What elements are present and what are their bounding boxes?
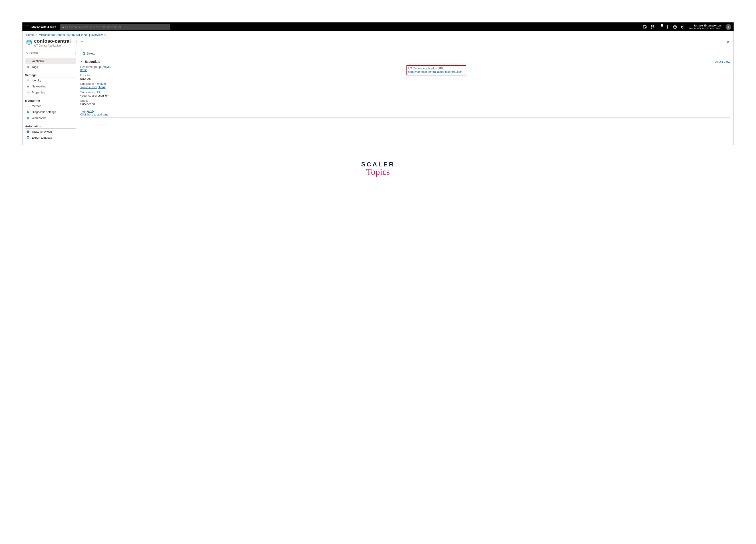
json-view-link[interactable]: JSON View xyxy=(715,60,730,63)
main-content: Delete Essentials JSON View Resource gro… xyxy=(78,49,734,145)
nav-label: Properties xyxy=(32,91,45,94)
tags-edit-link[interactable]: edit xyxy=(88,109,93,113)
svg-point-19 xyxy=(28,79,29,80)
global-search[interactable] xyxy=(60,24,170,30)
resource-type-icon xyxy=(26,39,32,45)
collapse-menu-icon[interactable]: « xyxy=(75,51,76,54)
breadcrumb-home[interactable]: Home xyxy=(26,33,34,36)
subscription-id-label: Subscription ID xyxy=(80,90,404,94)
resource-group-label: Resource group xyxy=(80,65,101,68)
svg-rect-36 xyxy=(28,131,29,131)
subscription-move-link[interactable]: move xyxy=(98,82,105,85)
resource-menu-search-input[interactable] xyxy=(29,51,72,55)
app-url-value[interactable]: https://contoso-central.azureiotcentral.… xyxy=(408,70,462,73)
svg-point-21 xyxy=(29,86,29,86)
nav-networking[interactable]: Networking xyxy=(25,83,76,89)
nav-group-automation: Automation xyxy=(25,122,76,129)
overview-icon xyxy=(26,59,30,62)
help-icon[interactable] xyxy=(673,25,677,29)
nav-label: Metrics xyxy=(32,104,41,108)
properties-icon xyxy=(26,91,30,94)
export-template-icon xyxy=(26,136,30,139)
delete-label: Delete xyxy=(87,52,95,55)
tags-add-link[interactable]: Click here to add tags xyxy=(80,113,108,116)
nav-label: Export template xyxy=(32,136,52,139)
svg-rect-37 xyxy=(28,132,29,133)
svg-line-16 xyxy=(28,53,29,54)
nav-group-settings: Settings xyxy=(25,71,76,77)
svg-line-1 xyxy=(64,27,64,28)
nav-export-template[interactable]: Export template xyxy=(25,135,76,141)
notifications-icon[interactable]: 1 xyxy=(658,25,662,29)
cloud-shell-icon[interactable] xyxy=(643,25,647,29)
subscription-value[interactable]: <your subscription> xyxy=(80,85,105,89)
svg-rect-32 xyxy=(29,106,29,107)
status-value: Succeeded xyxy=(80,102,404,106)
account-email: testuser@contoso.com xyxy=(689,24,722,27)
workbooks-icon xyxy=(26,117,30,120)
nav-label: Tasks (preview) xyxy=(32,130,52,133)
scaler-topics-text: Topics xyxy=(22,167,734,177)
svg-point-27 xyxy=(27,92,27,92)
nav-label: Workbooks xyxy=(32,116,46,120)
top-icon-strip: 1 xyxy=(643,25,685,29)
hamburger-menu-icon[interactable] xyxy=(25,26,29,28)
svg-rect-35 xyxy=(27,131,28,131)
essentials-header[interactable]: Essentials JSON View xyxy=(80,58,730,65)
svg-marker-17 xyxy=(27,60,29,62)
feedback-icon[interactable] xyxy=(681,25,685,29)
svg-point-7 xyxy=(667,26,668,28)
nav-group-monitoring: Monitoring xyxy=(25,97,76,103)
avatar[interactable] xyxy=(726,24,731,30)
location-value: East US xyxy=(80,77,404,80)
nav-tasks[interactable]: Tasks (preview) xyxy=(25,129,76,135)
svg-point-10 xyxy=(682,26,683,27)
more-commands-icon[interactable]: ··· xyxy=(81,40,85,43)
networking-icon xyxy=(26,85,30,88)
svg-point-15 xyxy=(27,52,28,54)
subscription-label: Subscription xyxy=(80,82,96,85)
svg-point-11 xyxy=(683,26,684,27)
global-search-input[interactable] xyxy=(65,25,169,29)
tag-icon xyxy=(26,65,30,68)
nav-workbooks[interactable]: Workbooks xyxy=(25,115,76,121)
resource-type-label: IoT Central Application xyxy=(34,44,71,47)
account-block[interactable]: testuser@contoso.com MICROSOFT (MICROSOF… xyxy=(689,24,722,29)
settings-gear-icon[interactable] xyxy=(666,25,670,29)
location-label: Location xyxy=(80,74,404,77)
svg-point-12 xyxy=(728,26,729,27)
nav-tags[interactable]: Tags xyxy=(25,64,76,70)
svg-rect-31 xyxy=(28,105,28,107)
svg-rect-5 xyxy=(653,25,654,26)
search-icon xyxy=(26,52,29,54)
nav-overview[interactable]: Overview xyxy=(25,58,76,64)
pin-icon[interactable] xyxy=(75,40,78,43)
status-label: Status xyxy=(80,99,404,102)
svg-point-23 xyxy=(28,87,28,87)
svg-point-0 xyxy=(62,26,64,28)
nav-properties[interactable]: Properties xyxy=(25,89,76,95)
title-row: contoso-central IoT Central Application … xyxy=(22,38,734,49)
tasks-icon xyxy=(26,130,30,133)
svg-rect-6 xyxy=(651,27,652,28)
svg-rect-30 xyxy=(27,106,27,107)
top-bar: Microsoft Azure 1 xyxy=(22,22,734,31)
resource-group-value[interactable]: IOTC xyxy=(80,68,87,72)
delete-button[interactable]: Delete xyxy=(80,51,97,56)
breadcrumb-overview[interactable]: Microsoft.IoTCentral-20230713145703 | Ov… xyxy=(39,33,103,36)
directory-filter-icon[interactable] xyxy=(650,25,654,29)
resource-group-move-link[interactable]: move xyxy=(103,65,110,68)
brand-label: Microsoft Azure xyxy=(31,25,56,29)
close-blade-icon[interactable]: ✕ xyxy=(726,39,730,44)
resource-menu: « Overview Tags Settings xyxy=(22,49,78,145)
nav-diagnostic-settings[interactable]: Diagnostic settings xyxy=(25,109,76,115)
search-icon xyxy=(62,25,65,28)
nav-label: Tags xyxy=(32,65,38,68)
notifications-badge: 1 xyxy=(661,24,663,27)
nav-metrics[interactable]: Metrics xyxy=(25,103,76,109)
resource-menu-search[interactable] xyxy=(25,50,73,56)
breadcrumb: Home > Microsoft.IoTCentral-202307131457… xyxy=(22,31,734,38)
svg-point-18 xyxy=(27,66,28,66)
nav-label: Networking xyxy=(32,85,46,88)
nav-identity[interactable]: Identity xyxy=(25,77,76,83)
